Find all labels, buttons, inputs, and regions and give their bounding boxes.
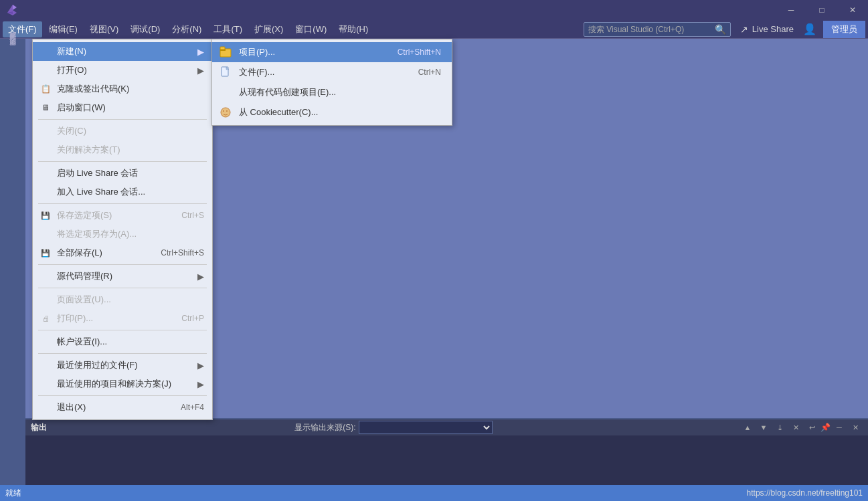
search-input[interactable] — [588, 25, 712, 34]
menu-item-sourcecontrol[interactable]: 源代码管理(R) ▶ — [33, 267, 212, 286]
file-menu-dropdown: 新建(N) ▶ 打开(O) ▶ 📋 克隆或签出代码(K) 🖥 启动窗口(W) 关… — [32, 39, 213, 420]
sidebar-icon-server[interactable]: 资源管理器 — [1, 41, 24, 47]
menu-item-startwin[interactable]: 🖥 启动窗口(W) — [33, 98, 212, 117]
output-btn-pin[interactable]: ─ — [832, 421, 847, 433]
menu-item-liveshare-start[interactable]: 启动 Live Share 会话 — [33, 164, 212, 183]
output-panel: 输出 显示输出来源(S): ▲ ▼ ⤓ ✕ ↩ 📌 ─ ✕ — [25, 418, 868, 485]
clone-icon: 📋 — [39, 83, 52, 95]
output-btn-up[interactable]: ▲ — [740, 421, 755, 433]
menu-item-recentprojects-label: 最近使用的项目和解决方案(J) — [57, 378, 171, 390]
menu-item-closesln[interactable]: 关闭解决方案(T) — [33, 140, 212, 159]
menu-item-saveas-label: 将选定项另存为(A)... — [57, 228, 137, 240]
menu-debug[interactable]: 调试(D) — [125, 21, 165, 37]
menu-edit[interactable]: 编辑(E) — [44, 21, 83, 37]
cookiecutter-icon — [219, 106, 232, 119]
menu-item-sourcecontrol-label: 源代码管理(R) — [57, 270, 112, 282]
submenu-item-cookiecutter-label: 从 Cookiecutter(C)... — [239, 106, 318, 118]
close-button[interactable]: ✕ — [837, 0, 868, 20]
menu-file[interactable]: 文件(F) — [3, 21, 42, 37]
save-icon: 💾 — [39, 209, 52, 221]
divider-6 — [38, 330, 207, 330]
divider-4 — [38, 264, 207, 265]
menu-item-save[interactable]: 💾 保存选定项(S) Ctrl+S — [33, 206, 212, 225]
live-share-label[interactable]: Live Share — [752, 24, 794, 34]
menu-item-close[interactable]: 关闭(C) — [33, 122, 212, 140]
output-title: 输出 — [31, 422, 47, 433]
status-right: https://blog.csdn.net/freelting101 — [747, 488, 863, 498]
recentprojects-icon — [39, 378, 52, 390]
output-source-dropdown[interactable] — [359, 421, 493, 434]
output-btn-down[interactable]: ▼ — [756, 421, 771, 433]
sidebar-icon-team[interactable]: 团队资源 — [1, 48, 24, 54]
divider-1 — [38, 119, 207, 120]
minimize-button[interactable]: ─ — [776, 0, 806, 20]
menu-item-recentfiles-label: 最近使用过的文件(F) — [57, 359, 138, 371]
submenu-item-from-existing[interactable]: 从现有代码创建项目(E)... — [212, 82, 452, 102]
menu-window[interactable]: 窗口(W) — [290, 21, 332, 37]
output-btn-clear[interactable]: ✕ — [788, 421, 803, 433]
menu-item-exit-label: 退出(X) — [57, 401, 86, 413]
output-content — [25, 435, 868, 441]
output-btn-close[interactable]: ✕ — [848, 421, 863, 433]
submenu-item-project[interactable]: 项目(P)... Ctrl+Shift+N — [212, 42, 452, 62]
menu-item-recentfiles[interactable]: 最近使用过的文件(F) ▶ — [33, 356, 212, 375]
saveas-icon — [39, 228, 52, 240]
submenu-item-from-existing-label: 从现有代码创建项目(E)... — [239, 86, 336, 98]
menu-item-account[interactable]: 帐户设置(I)... — [33, 332, 212, 351]
menu-item-new[interactable]: 新建(N) ▶ — [33, 42, 212, 61]
menu-item-exit[interactable]: 退出(X) Alt+F4 — [33, 398, 212, 417]
menu-view[interactable]: 视图(V) — [84, 21, 124, 37]
menu-help[interactable]: 帮助(H) — [333, 21, 373, 37]
menu-item-print-label: 打印(P)... — [57, 312, 93, 324]
menu-item-saveall[interactable]: 💾 全部保存(L) Ctrl+Shift+S — [33, 243, 212, 262]
search-box[interactable]: 🔍 — [584, 22, 731, 37]
closesln-icon — [39, 144, 52, 156]
menu-item-open[interactable]: 打开(O) ▶ — [33, 61, 212, 80]
menu-item-pagesetup-label: 页面设置(U)... — [57, 294, 111, 306]
output-source-label: 显示输出来源(S): — [294, 422, 355, 433]
submenu-item-file[interactable]: 文件(F)... Ctrl+N — [212, 62, 452, 82]
menubar: 文件(F) 编辑(E) 视图(V) 调试(D) 分析(N) 工具(T) 扩展(X… — [0, 20, 868, 39]
submenu-item-project-label: 项目(P)... — [239, 46, 275, 58]
titlebar-left — [5, 3, 19, 17]
recentfiles-icon — [39, 359, 52, 371]
sourcecontrol-icon — [39, 270, 52, 282]
svg-point-6 — [226, 110, 228, 112]
menu-extensions[interactable]: 扩展(X) — [249, 21, 288, 37]
output-header: 输出 显示输出来源(S): ▲ ▼ ⤓ ✕ ↩ 📌 ─ ✕ — [25, 419, 868, 435]
svg-rect-2 — [220, 47, 225, 49]
menu-item-clone[interactable]: 📋 克隆或签出代码(K) — [33, 80, 212, 98]
divider-5 — [38, 288, 207, 288]
submenu-item-cookiecutter[interactable]: 从 Cookiecutter(C)... — [212, 102, 452, 122]
divider-8 — [38, 395, 207, 396]
output-btn-wrap[interactable]: ↩ — [804, 421, 819, 433]
menu-item-pagesetup[interactable]: 页面设置(U)... — [33, 290, 212, 309]
divider-7 — [38, 353, 207, 354]
exit-icon — [39, 401, 52, 413]
share-icon: ↗ — [740, 24, 748, 35]
submenu-item-file-label: 文件(F)... — [239, 66, 274, 78]
account-icon — [39, 336, 52, 348]
menu-tools[interactable]: 工具(T) — [208, 21, 248, 37]
menu-item-saveas[interactable]: 将选定项另存为(A)... — [33, 225, 212, 243]
menu-item-account-label: 帐户设置(I)... — [57, 336, 107, 348]
output-btn-end[interactable]: ⤓ — [772, 421, 787, 433]
menu-analyze[interactable]: 分析(N) — [167, 21, 207, 37]
status-left: 就绪 — [5, 488, 21, 499]
maximize-button[interactable]: □ — [806, 0, 837, 20]
menu-item-new-label: 新建(N) — [57, 45, 86, 58]
menu-item-print[interactable]: 🖨 打印(P)... Ctrl+P — [33, 309, 212, 328]
menu-item-saveall-label: 全部保存(L) — [57, 247, 102, 259]
titlebar-controls[interactable]: ─ □ ✕ — [776, 0, 868, 20]
print-icon: 🖨 — [39, 312, 52, 324]
menu-item-closesln-label: 关闭解决方案(T) — [57, 144, 120, 156]
admin-button[interactable]: 管理员 — [823, 21, 865, 38]
file-icon — [219, 66, 232, 79]
menu-item-liveshare-join[interactable]: 加入 Live Share 会话... — [33, 183, 212, 201]
pagesetup-icon — [39, 294, 52, 306]
menu-item-liveshare-join-label: 加入 Live Share 会话... — [57, 186, 145, 198]
live-share-area[interactable]: ↗ Live Share — [732, 24, 802, 35]
menu-item-recentprojects[interactable]: 最近使用的项目和解决方案(J) ▶ — [33, 375, 212, 393]
output-select-area: 显示输出来源(S): — [294, 421, 492, 434]
new-submenu-dropdown: 项目(P)... Ctrl+Shift+N 文件(F)... Ctrl+N 从现… — [211, 39, 452, 126]
